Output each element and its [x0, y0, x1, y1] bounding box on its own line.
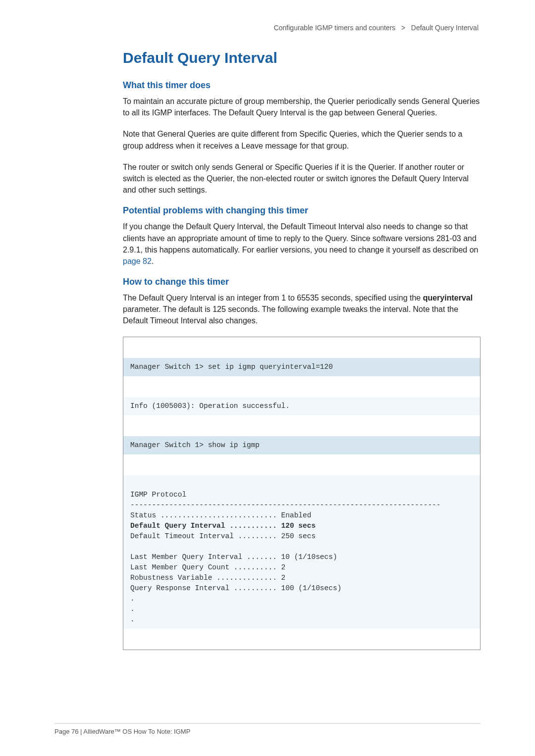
page-title: Default Query Interval: [123, 50, 481, 66]
output-line: Default Timeout Interval ......... 250 s…: [130, 532, 316, 540]
text: .: [152, 257, 154, 265]
page-link[interactable]: page 82: [123, 257, 152, 265]
section-heading-how: How to change this timer: [123, 277, 481, 287]
text: The Default Query Interval is an integer…: [123, 294, 423, 302]
breadcrumb-left: Configurable IGMP timers and counters: [274, 24, 396, 32]
terminal-command: Manager Switch 1> set ip igmp queryinter…: [123, 358, 480, 376]
output-line: Robustness Variable .............. 2: [130, 574, 285, 582]
output-line-bold: Default Query Interval ........... 120 s…: [130, 522, 316, 530]
paragraph: Note that General Queries are quite diff…: [123, 128, 481, 151]
page-footer: Page 76 | AlliedWare™ OS How To Note: IG…: [54, 723, 481, 735]
terminal-output: Info (1005003): Operation successful.: [123, 397, 480, 415]
text: parameter. The default is 125 seconds. T…: [123, 305, 458, 325]
paragraph: The Default Query Interval is an integer…: [123, 292, 481, 327]
breadcrumb: Configurable IGMP timers and counters > …: [123, 24, 481, 32]
param-name: queryinterval: [423, 294, 473, 302]
terminal-output: IGMP Protocol --------------------------…: [123, 475, 480, 629]
output-line: Last Member Query Count .......... 2: [130, 563, 285, 571]
terminal-command: Manager Switch 1> show ip igmp: [123, 436, 480, 454]
output-line: Last Member Query Interval ....... 10 (1…: [130, 553, 337, 561]
breadcrumb-sep: >: [401, 24, 405, 32]
section-heading-what: What this timer does: [123, 80, 481, 91]
breadcrumb-right: Default Query Interval: [411, 24, 479, 32]
output-line: IGMP Protocol: [130, 491, 186, 499]
text: If you change the Default Query Interval…: [123, 222, 478, 253]
output-line: Query Response Interval .......... 100 (…: [130, 584, 341, 592]
section-heading-problems: Potential problems with changing this ti…: [123, 205, 481, 216]
output-line: Status ........................... Enabl…: [130, 511, 311, 519]
paragraph: If you change the Default Query Interval…: [123, 221, 481, 267]
terminal-block: Manager Switch 1> set ip igmp queryinter…: [123, 337, 481, 650]
output-line: ----------------------------------------…: [130, 501, 441, 509]
page-body: Configurable IGMP timers and counters > …: [0, 0, 535, 650]
paragraph: To maintain an accurate picture of group…: [123, 96, 481, 118]
paragraph: The router or switch only sends General …: [123, 161, 481, 196]
output-line: . . .: [130, 595, 135, 623]
